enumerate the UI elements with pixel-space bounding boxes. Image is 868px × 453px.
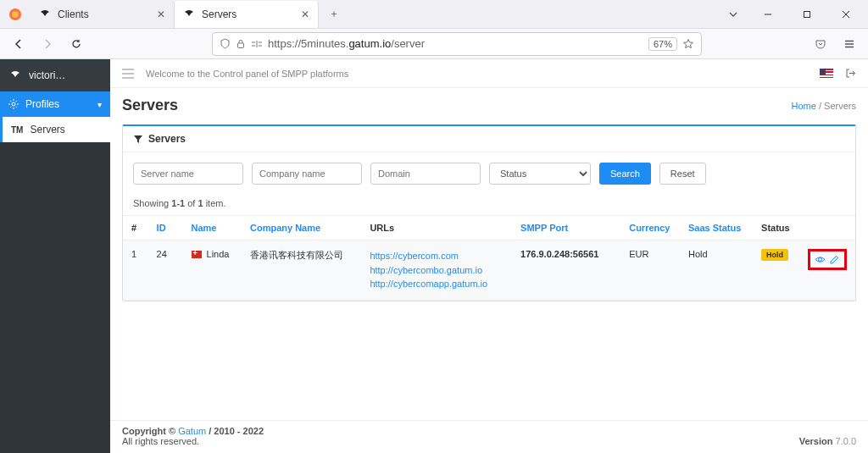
topbar-welcome: Welcome to the Control panel of SMPP pla…	[146, 69, 348, 79]
col-saas[interactable]: Saas Status	[680, 216, 753, 240]
flag-ch-icon	[192, 251, 202, 258]
tab-close-icon[interactable]: ✕	[301, 8, 309, 20]
svg-rect-3	[804, 11, 810, 17]
col-urls: URLs	[361, 216, 512, 240]
filter-bar: Status Search Reset	[123, 152, 855, 195]
col-name[interactable]: Name	[183, 216, 242, 240]
footer-version: Version 7.0.0	[799, 436, 856, 446]
browser-addressbar: https://5minutes.gatum.io/server 67%	[0, 29, 868, 59]
svg-point-8	[12, 102, 15, 106]
shield-icon	[220, 38, 231, 49]
cell-currency: EUR	[620, 240, 680, 301]
logout-icon[interactable]	[845, 68, 856, 79]
col-company[interactable]: Company Name	[242, 216, 361, 240]
browser-tab-clients[interactable]: Clients ✕	[31, 1, 175, 28]
brand-icon	[8, 69, 22, 82]
sidebar-user[interactable]: victori…	[0, 59, 110, 91]
footer: Copyright © Gatum / 2010 - 2022 All righ…	[110, 420, 868, 453]
servers-table: # ID Name Company Name URLs SMPP Port Cu…	[123, 215, 855, 301]
chevron-down-icon: ▾	[97, 100, 102, 109]
cell-status: Hold	[753, 240, 799, 301]
zoom-indicator[interactable]: 67%	[648, 37, 677, 51]
svg-point-12	[818, 258, 821, 262]
cell-company: 香港讯客科技有限公司	[242, 240, 361, 301]
url-link[interactable]: http://cybercomapp.gatum.io	[370, 277, 504, 291]
view-icon[interactable]	[815, 254, 826, 265]
servers-panel: Servers Status Search Reset Showing 1-1 …	[122, 124, 856, 301]
showing-text: Showing 1-1 of 1 item.	[123, 195, 855, 215]
sidebar-username: victori…	[29, 69, 65, 81]
pocket-icon[interactable]	[809, 32, 832, 56]
filter-icon	[133, 134, 143, 144]
url-link[interactable]: http://cybercombo.gatum.io	[370, 263, 504, 278]
panel-title: Servers	[123, 126, 855, 152]
sidebar-item-prefix: TM	[11, 125, 23, 135]
page-title: Servers	[122, 97, 178, 114]
sidebar-item-label: Servers	[30, 124, 64, 135]
tabs-dropdown-icon[interactable]	[719, 2, 748, 27]
cell-num: 1	[123, 240, 148, 301]
col-actions	[799, 216, 855, 240]
col-currency[interactable]: Currency	[620, 216, 680, 240]
browser-tab-servers[interactable]: Servers ✕	[175, 1, 319, 28]
tab-title: Clients	[58, 8, 89, 20]
breadcrumb: Home / Servers	[792, 101, 856, 111]
app-menu-icon[interactable]	[837, 32, 861, 56]
breadcrumb-home[interactable]: Home	[792, 101, 816, 111]
footer-rights: All rights reserved.	[122, 436, 264, 446]
status-select[interactable]: Status	[489, 163, 591, 185]
col-num: #	[123, 216, 148, 240]
edit-icon[interactable]	[829, 254, 840, 265]
cell-urls: https://cybercom.com http://cybercombo.g…	[361, 240, 512, 301]
cell-id: 24	[148, 240, 183, 301]
server-name-input[interactable]	[133, 163, 243, 185]
sidebar-toggle-icon[interactable]	[122, 69, 134, 79]
main: Welcome to the Control panel of SMPP pla…	[110, 59, 868, 453]
sidebar-item-servers[interactable]: TM Servers	[0, 117, 110, 142]
search-button[interactable]: Search	[599, 163, 651, 185]
tab-title: Servers	[202, 8, 236, 20]
cell-name: Linda	[183, 240, 242, 301]
tab-close-icon[interactable]: ✕	[157, 8, 165, 20]
window-minimize-button[interactable]	[749, 2, 787, 27]
nav-reload-button[interactable]	[64, 32, 88, 56]
domain-input[interactable]	[370, 163, 481, 185]
tab-favicon	[183, 8, 195, 20]
sidebar: victori… Profiles ▾ TM Servers	[0, 59, 110, 453]
svg-rect-4	[238, 43, 244, 48]
gear-icon	[8, 99, 19, 109]
window-close-button[interactable]	[827, 2, 865, 27]
url-text: https://5minutes.gatum.io/server	[268, 37, 643, 50]
topbar: Welcome to the Control panel of SMPP pla…	[110, 59, 868, 88]
nav-forward-button[interactable]	[36, 32, 59, 56]
flag-us-icon[interactable]	[820, 69, 833, 78]
cell-actions	[799, 240, 855, 301]
nav-back-button[interactable]	[7, 32, 31, 56]
col-smpp[interactable]: SMPP Port	[512, 216, 620, 240]
page-header: Servers Home / Servers	[110, 88, 868, 119]
sidebar-item-profiles[interactable]: Profiles ▾	[0, 91, 110, 117]
cell-saas: Hold	[680, 240, 753, 301]
col-status[interactable]: Status	[753, 216, 799, 240]
new-tab-button[interactable]: ＋	[322, 3, 346, 26]
reset-button[interactable]: Reset	[659, 163, 706, 185]
window-maximize-button[interactable]	[788, 2, 826, 27]
address-input[interactable]: https://5minutes.gatum.io/server 67%	[212, 32, 702, 56]
table-row: 1 24 Linda 香港讯客科技有限公司 https://cybercom.c…	[123, 240, 855, 301]
cell-smpp: 176.9.0.248:56561	[512, 240, 620, 301]
window-controls	[719, 2, 868, 27]
col-id[interactable]: ID	[148, 216, 183, 240]
actions-highlight	[808, 249, 847, 270]
firefox-icon	[7, 6, 24, 23]
footer-brand-link[interactable]: Gatum	[178, 426, 206, 436]
permissions-icon	[251, 39, 263, 49]
lock-icon	[236, 39, 246, 49]
svg-point-1	[12, 11, 19, 18]
tab-favicon	[39, 8, 51, 20]
page: victori… Profiles ▾ TM Servers Welcome t…	[0, 59, 868, 453]
bookmark-star-icon[interactable]	[682, 38, 694, 50]
browser-tabbar: Clients ✕ Servers ✕ ＋	[0, 0, 868, 29]
company-name-input[interactable]	[252, 163, 362, 185]
url-link[interactable]: https://cybercom.com	[370, 249, 504, 263]
sidebar-item-label: Profiles	[25, 98, 59, 110]
